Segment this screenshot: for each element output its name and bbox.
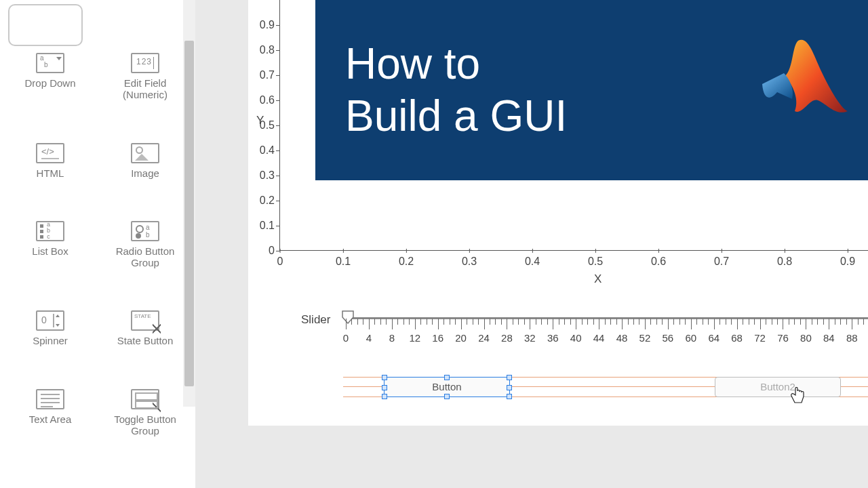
component-spinner[interactable]: Spinner (3, 310, 98, 346)
blank-panel-preview[interactable] (8, 4, 83, 46)
ruler-tick (726, 319, 726, 325)
x-tick: 0.2 (399, 256, 414, 268)
dropdown-icon (36, 53, 64, 73)
ruler-label: 60 (685, 332, 696, 344)
ruler-label: 20 (455, 332, 467, 344)
ruler-tick (650, 319, 651, 325)
ruler-tick (731, 319, 732, 325)
component-edit-numeric[interactable]: Edit Field (Numeric) (98, 53, 193, 101)
component-dropdown[interactable]: Drop Down (3, 53, 98, 101)
ruler-tick (443, 319, 444, 325)
banner-line-2: Build a GUI (345, 90, 567, 142)
ruler-tick (656, 319, 657, 325)
ruler-tick (553, 319, 553, 329)
component-togglegroup[interactable]: Toggle Button Group (98, 389, 193, 437)
component-image[interactable]: Image (98, 143, 193, 179)
slider-ruler: 0481216202428323640444852566064687276808… (346, 319, 868, 350)
ruler-tick (633, 319, 634, 325)
ruler-tick (351, 319, 352, 325)
ruler-tick (610, 319, 611, 325)
palette-scrollbar[interactable] (183, 0, 195, 407)
ruler-tick (570, 319, 571, 325)
edit-field-icon (131, 53, 159, 73)
ruler-tick (420, 319, 421, 325)
component-radiogroup[interactable]: Radio Button Group (98, 221, 193, 269)
ruler-label: 32 (524, 332, 536, 344)
ruler-tick (409, 319, 410, 325)
matlab-logo-icon (761, 35, 849, 117)
ruler-label: 28 (501, 332, 513, 344)
ruler-tick (427, 319, 427, 325)
resize-handle[interactable] (382, 375, 387, 380)
component-label: Drop Down (24, 77, 75, 89)
component-textarea[interactable]: Text Area (3, 389, 98, 437)
y-tick: 0.1 (249, 220, 275, 232)
ruler-label: 0 (343, 332, 349, 344)
ruler-tick (789, 319, 789, 325)
component-label: List Box (32, 245, 68, 257)
ruler-tick (703, 319, 703, 325)
ruler-tick (737, 319, 738, 329)
component-sublabel: (Numeric) (123, 89, 167, 100)
ruler-tick (599, 319, 599, 329)
ruler-tick (817, 319, 818, 325)
ruler-tick (685, 319, 686, 325)
banner-line-1: How to (345, 38, 567, 90)
x-tick: 0.4 (525, 256, 540, 268)
component-label: HTML (37, 167, 64, 179)
ruler-tick (794, 319, 795, 325)
ruler-tick (858, 319, 859, 325)
x-tick: 0.1 (336, 256, 351, 268)
ruler-tick (760, 319, 761, 329)
resize-handle[interactable] (507, 394, 512, 399)
ruler-tick (639, 319, 639, 325)
resize-handle[interactable] (382, 385, 387, 390)
ruler-tick (363, 319, 363, 325)
ruler-tick (863, 319, 864, 325)
ruler-tick (696, 319, 697, 325)
ruler-tick (467, 319, 467, 325)
y-tick: 0 (249, 245, 275, 257)
ruler-label: 36 (547, 332, 559, 344)
ruler-tick (714, 319, 715, 329)
ruler-tick (374, 319, 375, 325)
resize-handle[interactable] (444, 375, 450, 380)
slider-component[interactable]: Slider 048121620242832364044485256606468… (301, 310, 868, 358)
ruler-label: 8 (389, 332, 395, 344)
component-html[interactable]: HTML (3, 143, 98, 179)
component-label: Toggle Button (114, 413, 176, 425)
ruler-tick (835, 319, 835, 325)
ruler-tick (478, 319, 479, 325)
component-label: Edit Field (124, 77, 167, 89)
y-tick: 0.9 (249, 19, 275, 31)
ruler-tick (777, 319, 778, 325)
ruler-tick (605, 319, 606, 325)
component-listbox[interactable]: List Box (3, 221, 98, 269)
ruler-tick (679, 319, 680, 325)
resize-handle[interactable] (444, 394, 450, 399)
ruler-label: 84 (823, 332, 835, 344)
ruler-label: 68 (731, 332, 743, 344)
resize-handle[interactable] (507, 385, 512, 390)
ruler-tick (673, 319, 674, 325)
resize-handle[interactable] (507, 375, 512, 380)
component-library: Drop Down Edit Field (Numeric) HTML Imag… (0, 0, 195, 488)
button-2[interactable]: Button2 (715, 377, 841, 397)
ruler-tick (547, 319, 548, 325)
image-icon (131, 143, 159, 163)
x-tick: 0.3 (462, 256, 477, 268)
ruler-tick (380, 319, 381, 325)
textarea-icon (36, 389, 64, 409)
button-1[interactable]: Button (384, 377, 510, 397)
button-label: Button (432, 381, 461, 392)
ruler-tick (668, 319, 669, 329)
ruler-tick (852, 319, 852, 329)
y-tick: 0.6 (249, 94, 275, 106)
component-statebutton[interactable]: State Button (98, 310, 193, 346)
scrollbar-thumb[interactable] (184, 41, 194, 386)
component-label: Spinner (33, 335, 68, 346)
ruler-tick (564, 319, 565, 325)
spinner-icon (36, 310, 64, 331)
ruler-label: 4 (366, 332, 372, 344)
resize-handle[interactable] (382, 394, 387, 399)
